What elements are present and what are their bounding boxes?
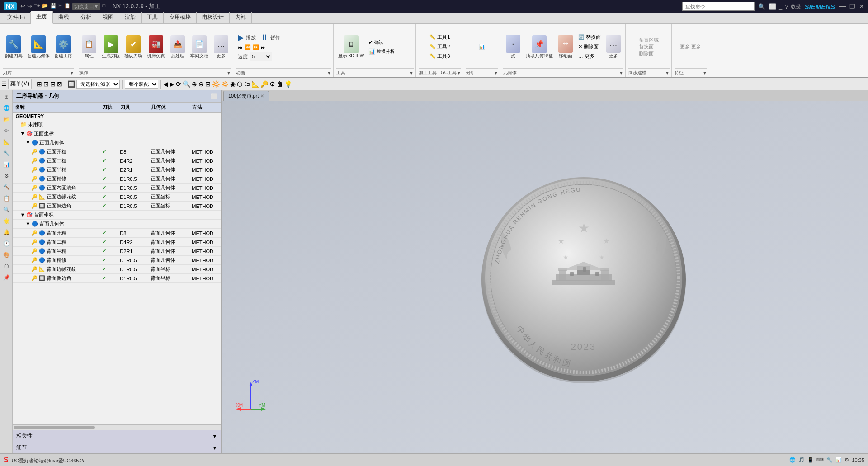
step-forward-btn[interactable]: ⏩ xyxy=(253,44,259,50)
tutorial-btn[interactable]: 教授 xyxy=(791,3,801,10)
new-window-icon[interactable]: ⬜ xyxy=(769,3,776,10)
sidebar-icon-12[interactable]: 🌟 xyxy=(1,216,12,226)
sidebar-icon-16[interactable]: ⬡ xyxy=(1,261,12,272)
point-btn[interactable]: · 点 xyxy=(503,34,523,60)
toolbar-icon1[interactable]: ⊞ xyxy=(37,80,42,88)
viewport-canvas[interactable]: ★ ★ ★ ★ ★ ZHONGHUA RENMIN GONG HEGU xyxy=(222,101,868,453)
statusbar-icon5[interactable]: 🔧 xyxy=(826,457,833,463)
toolbar-icon12[interactable]: ⊞ xyxy=(205,80,211,88)
table-row[interactable]: 🔑 🔵 正面开粗 ✔ D8 正面几何体 METHOD xyxy=(13,147,221,156)
table-row[interactable]: GEOMETRY xyxy=(13,113,221,120)
sidebar-icon-14[interactable]: 🕐 xyxy=(1,238,12,249)
tab-internal[interactable]: 内部 xyxy=(230,12,252,23)
minimize-icon[interactable]: _ xyxy=(779,3,782,10)
group-machine-expand[interactable]: ▼ xyxy=(457,71,461,75)
move-face-btn[interactable]: ↔ 移动面 xyxy=(556,34,576,60)
verify-toolpath-btn[interactable]: ✔ 确认刀轨 xyxy=(123,34,144,60)
sidebar-icon-5[interactable]: 📐 xyxy=(1,137,12,147)
check-btn2[interactable]: 📊拔模分析 xyxy=(367,47,396,56)
sidebar-icon-13[interactable]: 🔔 xyxy=(1,227,12,238)
group-display-expand[interactable]: ▼ xyxy=(409,71,414,75)
nav-hscroll[interactable] xyxy=(13,424,221,430)
table-row[interactable]: 🔑 🔵 背面精修 ✔ D1R0.5 背面几何体 METHOD xyxy=(13,256,221,265)
toolbar-icon17[interactable]: 🗂 xyxy=(244,80,250,88)
statusbar-icon4[interactable]: ⌨ xyxy=(816,457,824,463)
search-btn[interactable]: 🔍 xyxy=(758,3,765,10)
table-row[interactable]: 🔑 📐 正面边缘花纹 ✔ D1R0.5 正面坐标 METHOD xyxy=(13,193,221,202)
skip-start-btn[interactable]: ⏮ xyxy=(238,45,243,50)
machine-tool-btn3[interactable]: 📏 工具3 xyxy=(428,52,452,61)
toolbar-icon3[interactable]: ⊟ xyxy=(50,80,56,88)
group-geo-expand[interactable]: ▼ xyxy=(619,71,623,75)
group-feature-expand[interactable]: ▼ xyxy=(703,71,707,75)
analysis-btn1[interactable]: 📊 xyxy=(477,43,487,51)
help-icon[interactable]: ? xyxy=(785,3,788,10)
speed-select[interactable]: 5 1 3 10 xyxy=(250,52,272,61)
check-btn1[interactable]: ✔确认 xyxy=(367,38,396,47)
toolbar-icon6[interactable]: ◀ xyxy=(163,80,168,88)
sidebar-icon-17[interactable]: 📌 xyxy=(1,272,12,283)
redo-icon[interactable]: ↪ xyxy=(27,3,32,10)
toolbar-icon13[interactable]: 🔆 xyxy=(212,80,220,88)
pause-btn[interactable]: ⏸ xyxy=(260,33,269,42)
toolbar-icon20[interactable]: ⚙ xyxy=(269,80,275,88)
search-input[interactable] xyxy=(682,2,755,11)
sidebar-icon-15[interactable]: 🎨 xyxy=(1,249,12,260)
create-geometry-btn[interactable]: 📐 创建几何体 xyxy=(25,34,52,60)
switch-window-btn[interactable]: 切换窗口▼ xyxy=(72,3,101,10)
sidebar-icon-1[interactable]: ⊞ xyxy=(1,91,12,102)
toolbar-icon19[interactable]: 🔑 xyxy=(260,80,268,88)
statusbar-icon7[interactable]: ⚙ xyxy=(844,457,849,463)
toolbar-icon14[interactable]: 🔅 xyxy=(221,80,229,88)
table-row[interactable]: ▼ 🔵 背面几何体 xyxy=(13,220,221,229)
close-window-icon[interactable]: ✕ xyxy=(859,3,864,10)
table-row[interactable]: 🔑 🔵 正面内圆清角 ✔ D1R0.5 正面几何体 METHOD xyxy=(13,184,221,193)
gen-toolpath-btn[interactable]: ▶ 生成刀轨 xyxy=(100,34,122,60)
minimize-window-icon[interactable]: — xyxy=(839,2,846,10)
more-geo-btn2[interactable]: … 更多 xyxy=(604,34,623,60)
op-nav-maximize-btn[interactable]: ⬜ xyxy=(211,93,217,99)
more-geo-btn[interactable]: … 更多 xyxy=(576,52,603,61)
table-row[interactable]: 🔑 🔲 背面倒边角 ✔ D1R0.5 背面坐标 METHOD xyxy=(13,274,221,283)
tab-home[interactable]: 主页 xyxy=(31,11,53,24)
statusbar-icon6[interactable]: 📊 xyxy=(835,457,842,463)
menu-btn[interactable]: 菜单(M) xyxy=(8,79,32,89)
table-row[interactable]: ▼ 🎯 正面坐标 xyxy=(13,129,221,138)
group-op-expand[interactable]: ▼ xyxy=(226,71,231,75)
menu-icon[interactable]: ☰ xyxy=(2,81,7,87)
machine-sim-btn[interactable]: 🏭 机床仿真 xyxy=(145,34,167,60)
new-icon[interactable]: □+ xyxy=(34,3,40,10)
workshop-doc-btn[interactable]: 📄 车间文档 xyxy=(189,34,210,60)
table-row[interactable]: 🔑 🔵 背面开粗 ✔ D8 背面几何体 METHOD xyxy=(13,229,221,238)
table-row[interactable]: 🔑 🔵 正面半精 ✔ D2R1 正面几何体 METHOD xyxy=(13,165,221,174)
toolbar-icon9[interactable]: 🔍 xyxy=(183,80,190,88)
viewport-tab-active[interactable]: 100亿硬币.prt ✕ xyxy=(223,91,269,101)
sidebar-icon-11[interactable]: 🔍 xyxy=(1,204,12,215)
toolbar-icon22[interactable]: 💡 xyxy=(284,80,292,88)
toolbar-icon11[interactable]: ⊖ xyxy=(198,80,204,88)
table-row[interactable]: ▼ 🔵 正面几何体 xyxy=(13,138,221,147)
related-footer-item[interactable]: 相关性 ▼ xyxy=(13,430,221,442)
sidebar-icon-4[interactable]: ✏ xyxy=(1,125,12,136)
tab-tools[interactable]: 工具 xyxy=(142,12,164,23)
delete-face-btn[interactable]: ✕ 删除面 xyxy=(576,42,603,51)
tab-electrode[interactable]: 电极设计 xyxy=(197,12,230,23)
restore-window-icon[interactable]: ❐ xyxy=(849,3,855,10)
postprocess-btn[interactable]: 📤 后处理 xyxy=(168,34,188,60)
tab-curve[interactable]: 曲线 xyxy=(53,12,75,23)
copy-icon[interactable]: 📋 xyxy=(64,3,71,10)
toolbar-icon10[interactable]: ⊕ xyxy=(192,80,197,88)
machine-tool-btn1[interactable]: 📏 工具1 xyxy=(428,33,452,42)
toolbar-icon4[interactable]: ⊠ xyxy=(57,80,62,88)
toolbar-icon15[interactable]: ◉ xyxy=(230,80,236,88)
toolbar-icon16[interactable]: ⬡ xyxy=(237,80,242,88)
statusbar-icon3[interactable]: 📱 xyxy=(807,457,814,463)
table-row[interactable]: 🔑 🔵 正面精修 ✔ D1R0.5 正面几何体 METHOD xyxy=(13,174,221,184)
sidebar-icon-7[interactable]: 📊 xyxy=(1,159,12,170)
create-op-btn[interactable]: ⚙️ 创建工序 xyxy=(52,34,74,60)
tab-render[interactable]: 渲染 xyxy=(119,12,142,23)
table-row[interactable]: ▼ 🎯 背面坐标 xyxy=(13,211,221,220)
undo-icon[interactable]: ↩ xyxy=(20,3,25,10)
play-btn[interactable]: ▶ xyxy=(238,33,244,42)
table-row[interactable]: 📁 未用项 xyxy=(13,120,221,129)
